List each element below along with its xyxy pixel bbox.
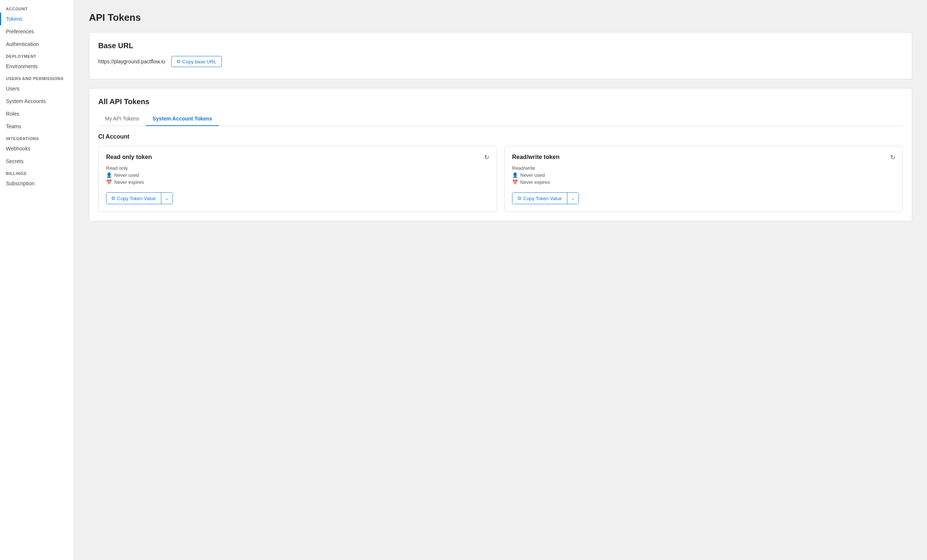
copy-read-only-token-button[interactable]: ⧉ Copy Token Value (106, 193, 161, 204)
read-write-never-used-row: 👤 Never used (512, 172, 895, 178)
sidebar-item-system-accounts[interactable]: System Accounts (0, 95, 74, 108)
read-write-token-meta: Read/write 👤 Never used 📅 Never expires (512, 165, 895, 185)
copy-token-btn-group-1: ⧉ Copy Token Value ⌄ (106, 192, 173, 204)
read-only-token-card: Read only token ↻ Read only 👤 Never used… (98, 146, 497, 212)
read-only-never-used-label: Never used (114, 172, 139, 178)
read-write-type-label: Read/write (512, 165, 535, 171)
sidebar-item-authentication[interactable]: Authentication (0, 38, 74, 50)
sidebar-section-header-account: ACCOUNT (0, 3, 74, 13)
read-write-type-row: Read/write (512, 165, 895, 171)
sidebar-section-header-integrations: INTEGRATIONS (0, 133, 74, 142)
read-only-type-label: Read only (106, 165, 128, 171)
copy-icon-1: ⧉ (112, 195, 115, 201)
base-url-text: https://playground.pactflow.io (98, 59, 166, 64)
copy-base-url-button[interactable]: ⧉ Copy base URL (171, 56, 222, 67)
never-expires-icon-2: 📅 (512, 179, 518, 185)
sidebar-section-header-deployment: DEPLOYMENT (0, 50, 74, 60)
read-write-never-expires-row: 📅 Never expires (512, 179, 895, 185)
ci-account-title: CI Account (98, 134, 903, 140)
read-write-token-card: Read/write token ↻ Read/write 👤 Never us… (504, 146, 903, 212)
tab-my-api-tokens[interactable]: My API Tokens (98, 112, 146, 126)
chevron-down-icon-2: ⌄ (571, 196, 575, 201)
never-used-icon-1: 👤 (106, 172, 112, 178)
sidebar-section-header-users-and-permissions: USERS AND PERMISSIONS (0, 73, 74, 82)
sidebar-item-subscription[interactable]: Subscription (0, 177, 74, 190)
page-title: API Tokens (89, 12, 912, 23)
sidebar-item-tokens[interactable]: Tokens (0, 13, 74, 25)
chevron-down-icon-1: ⌄ (165, 196, 169, 201)
read-only-never-used-row: 👤 Never used (106, 172, 489, 178)
main-content: API Tokens Base URL https://playground.p… (74, 0, 927, 560)
sidebar-item-secrets[interactable]: Secrets (0, 155, 74, 167)
copy-icon: ⧉ (177, 59, 180, 64)
read-only-never-expires-label: Never expires (114, 179, 144, 185)
base-url-row: https://playground.pactflow.io ⧉ Copy ba… (98, 56, 903, 67)
base-url-title: Base URL (98, 41, 903, 50)
read-only-token-meta: Read only 👤 Never used 📅 Never expires (106, 165, 489, 185)
read-only-token-header: Read only token ↻ (106, 154, 489, 161)
sidebar-item-preferences[interactable]: Preferences (0, 25, 74, 38)
sidebar-item-users[interactable]: Users (0, 82, 74, 95)
read-write-never-expires-label: Never expires (520, 179, 550, 185)
copy-icon-2: ⧉ (518, 195, 521, 201)
ci-account-section: CI Account Read only token ↻ Read only 👤 (98, 134, 903, 212)
read-only-type-row: Read only (106, 165, 489, 171)
sidebar-item-teams[interactable]: Teams (0, 120, 74, 133)
never-expires-icon-1: 📅 (106, 179, 112, 185)
tab-system-account-tokens[interactable]: System Account Tokens (146, 112, 219, 126)
all-tokens-title: All API Tokens (98, 97, 903, 106)
sidebar-item-webhooks[interactable]: Webhooks (0, 142, 74, 155)
copy-base-url-label: Copy base URL (182, 59, 217, 64)
copy-read-write-token-button[interactable]: ⧉ Copy Token Value (512, 193, 567, 204)
copy-token-btn-group-2: ⧉ Copy Token Value ⌄ (512, 192, 579, 204)
api-tokens-tabs: My API Tokens System Account Tokens (98, 112, 903, 126)
read-write-token-header: Read/write token ↻ (512, 154, 895, 161)
sidebar-item-roles[interactable]: Roles (0, 108, 74, 120)
sidebar: ACCOUNTTokensPreferencesAuthenticationDE… (0, 0, 74, 560)
copy-read-only-token-dropdown[interactable]: ⌄ (161, 193, 172, 204)
read-only-never-expires-row: 📅 Never expires (106, 179, 489, 185)
refresh-read-only-icon[interactable]: ↻ (484, 154, 489, 161)
read-write-token-title: Read/write token (512, 154, 559, 161)
token-cards-grid: Read only token ↻ Read only 👤 Never used… (98, 146, 903, 212)
never-used-icon-2: 👤 (512, 172, 518, 178)
sidebar-item-environments[interactable]: Environments (0, 60, 74, 73)
base-url-card: Base URL https://playground.pactflow.io … (89, 32, 912, 79)
all-api-tokens-card: All API Tokens My API Tokens System Acco… (89, 88, 912, 221)
read-write-never-used-label: Never used (520, 172, 545, 178)
refresh-read-write-icon[interactable]: ↻ (890, 154, 895, 161)
sidebar-section-header-billings: BILLINGS (0, 167, 74, 177)
copy-read-write-token-dropdown[interactable]: ⌄ (567, 193, 579, 204)
read-only-token-title: Read only token (106, 154, 152, 161)
